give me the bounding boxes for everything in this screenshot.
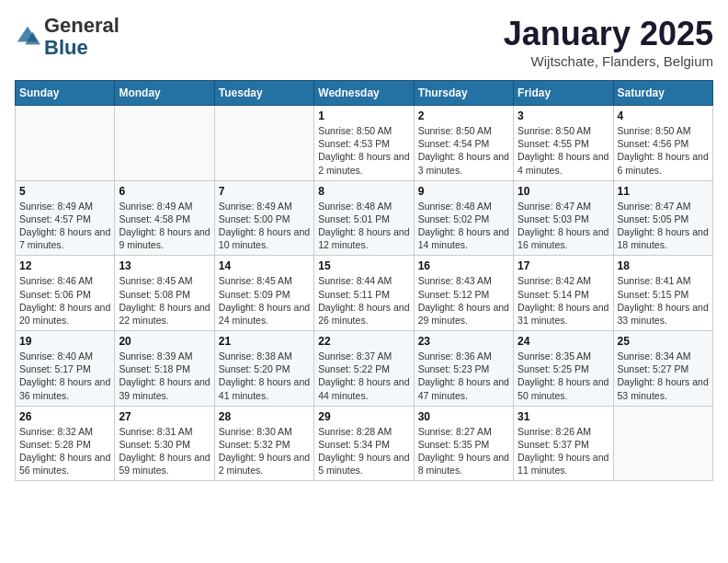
calendar-cell: 20Sunrise: 8:39 AM Sunset: 5:18 PM Dayli… [115, 331, 214, 407]
day-number: 19 [19, 335, 110, 348]
day-detail: Sunrise: 8:31 AM Sunset: 5:30 PM Dayligh… [119, 425, 210, 477]
calendar-cell [214, 106, 313, 181]
day-detail: Sunrise: 8:41 AM Sunset: 5:15 PM Dayligh… [618, 274, 709, 327]
calendar-cell: 14Sunrise: 8:45 AM Sunset: 5:09 PM Dayli… [214, 256, 313, 331]
day-detail: Sunrise: 8:49 AM Sunset: 5:00 PM Dayligh… [219, 200, 310, 252]
day-number: 28 [219, 410, 310, 423]
day-detail: Sunrise: 8:30 AM Sunset: 5:32 PM Dayligh… [219, 425, 310, 477]
calendar-cell: 13Sunrise: 8:45 AM Sunset: 5:08 PM Dayli… [115, 256, 214, 331]
day-detail: Sunrise: 8:46 AM Sunset: 5:06 PM Dayligh… [19, 274, 110, 327]
day-number: 1 [318, 109, 409, 122]
calendar-subtitle: Wijtschate, Flanders, Belgium [504, 53, 713, 69]
calendar-week-5: 26Sunrise: 8:32 AM Sunset: 5:28 PM Dayli… [16, 406, 713, 481]
day-detail: Sunrise: 8:36 AM Sunset: 5:23 PM Dayligh… [418, 350, 509, 402]
day-detail: Sunrise: 8:50 AM Sunset: 4:53 PM Dayligh… [318, 124, 409, 177]
day-number: 24 [518, 335, 609, 348]
day-detail: Sunrise: 8:47 AM Sunset: 5:05 PM Dayligh… [618, 200, 709, 252]
day-detail: Sunrise: 8:50 AM Sunset: 4:55 PM Dayligh… [518, 124, 609, 177]
day-detail: Sunrise: 8:47 AM Sunset: 5:03 PM Dayligh… [518, 200, 609, 252]
weekday-header-wednesday: Wednesday [314, 81, 414, 106]
logo-icon [15, 24, 40, 50]
calendar-week-3: 12Sunrise: 8:46 AM Sunset: 5:06 PM Dayli… [16, 256, 713, 331]
day-detail: Sunrise: 8:32 AM Sunset: 5:28 PM Dayligh… [19, 425, 110, 477]
calendar-cell: 19Sunrise: 8:40 AM Sunset: 5:17 PM Dayli… [16, 331, 115, 407]
calendar-cell: 30Sunrise: 8:27 AM Sunset: 5:35 PM Dayli… [414, 406, 513, 481]
day-detail: Sunrise: 8:48 AM Sunset: 5:02 PM Dayligh… [418, 200, 509, 252]
calendar-cell: 11Sunrise: 8:47 AM Sunset: 5:05 PM Dayli… [613, 180, 712, 256]
logo-blue: Blue [44, 36, 88, 59]
day-detail: Sunrise: 8:44 AM Sunset: 5:11 PM Dayligh… [318, 274, 409, 327]
calendar-cell: 3Sunrise: 8:50 AM Sunset: 4:55 PM Daylig… [514, 106, 613, 181]
calendar-cell: 6Sunrise: 8:49 AM Sunset: 4:58 PM Daylig… [115, 180, 214, 256]
day-number: 13 [119, 259, 210, 272]
calendar-cell: 12Sunrise: 8:46 AM Sunset: 5:06 PM Dayli… [16, 256, 115, 331]
day-number: 2 [418, 109, 509, 122]
logo-general: General [44, 14, 119, 37]
calendar-body: 1Sunrise: 8:50 AM Sunset: 4:53 PM Daylig… [16, 106, 713, 481]
day-detail: Sunrise: 8:40 AM Sunset: 5:17 PM Dayligh… [19, 350, 110, 402]
calendar-cell: 28Sunrise: 8:30 AM Sunset: 5:32 PM Dayli… [214, 406, 313, 481]
calendar-cell: 27Sunrise: 8:31 AM Sunset: 5:30 PM Dayli… [115, 406, 214, 481]
day-detail: Sunrise: 8:50 AM Sunset: 4:56 PM Dayligh… [618, 124, 709, 177]
day-number: 23 [418, 335, 509, 348]
day-detail: Sunrise: 8:48 AM Sunset: 5:01 PM Dayligh… [318, 200, 409, 252]
calendar-cell: 25Sunrise: 8:34 AM Sunset: 5:27 PM Dayli… [613, 331, 712, 407]
day-detail: Sunrise: 8:45 AM Sunset: 5:09 PM Dayligh… [219, 274, 310, 327]
calendar-cell: 8Sunrise: 8:48 AM Sunset: 5:01 PM Daylig… [314, 180, 414, 256]
calendar-cell: 22Sunrise: 8:37 AM Sunset: 5:22 PM Dayli… [314, 331, 414, 407]
day-detail: Sunrise: 8:49 AM Sunset: 4:58 PM Dayligh… [119, 200, 210, 252]
day-detail: Sunrise: 8:50 AM Sunset: 4:54 PM Dayligh… [418, 124, 509, 177]
calendar-cell: 17Sunrise: 8:42 AM Sunset: 5:14 PM Dayli… [514, 256, 613, 331]
calendar-cell [16, 106, 115, 181]
calendar-cell: 21Sunrise: 8:38 AM Sunset: 5:20 PM Dayli… [214, 331, 313, 407]
calendar-table: SundayMondayTuesdayWednesdayThursdayFrid… [15, 80, 713, 481]
calendar-cell: 7Sunrise: 8:49 AM Sunset: 5:00 PM Daylig… [214, 180, 313, 256]
title-block: January 2025 Wijtschate, Flanders, Belgi… [504, 15, 713, 69]
calendar-cell: 29Sunrise: 8:28 AM Sunset: 5:34 PM Dayli… [314, 406, 414, 481]
day-detail: Sunrise: 8:39 AM Sunset: 5:18 PM Dayligh… [119, 350, 210, 402]
calendar-cell [613, 406, 712, 481]
day-number: 18 [618, 259, 709, 272]
day-detail: Sunrise: 8:37 AM Sunset: 5:22 PM Dayligh… [318, 350, 409, 402]
day-number: 31 [518, 410, 609, 423]
day-number: 21 [219, 335, 310, 348]
day-detail: Sunrise: 8:49 AM Sunset: 4:57 PM Dayligh… [19, 200, 110, 252]
page-header: General Blue January 2025 Wijtschate, Fl… [15, 15, 713, 69]
calendar-cell: 4Sunrise: 8:50 AM Sunset: 4:56 PM Daylig… [613, 106, 712, 181]
day-detail: Sunrise: 8:28 AM Sunset: 5:34 PM Dayligh… [318, 425, 409, 477]
day-detail: Sunrise: 8:45 AM Sunset: 5:08 PM Dayligh… [119, 274, 210, 327]
day-number: 3 [518, 109, 609, 122]
day-number: 22 [318, 335, 409, 348]
calendar-week-2: 5Sunrise: 8:49 AM Sunset: 4:57 PM Daylig… [16, 180, 713, 256]
weekday-header-thursday: Thursday [414, 81, 513, 106]
day-number: 6 [119, 185, 210, 198]
calendar-cell: 10Sunrise: 8:47 AM Sunset: 5:03 PM Dayli… [514, 180, 613, 256]
day-number: 26 [19, 410, 110, 423]
calendar-cell: 2Sunrise: 8:50 AM Sunset: 4:54 PM Daylig… [414, 106, 513, 181]
weekday-header-saturday: Saturday [613, 81, 712, 106]
calendar-week-1: 1Sunrise: 8:50 AM Sunset: 4:53 PM Daylig… [16, 106, 713, 181]
day-number: 15 [318, 259, 409, 272]
calendar-header: SundayMondayTuesdayWednesdayThursdayFrid… [16, 81, 713, 106]
day-number: 8 [318, 185, 409, 198]
day-number: 14 [219, 259, 310, 272]
day-number: 17 [518, 259, 609, 272]
day-number: 11 [618, 185, 709, 198]
logo-text: General Blue [44, 15, 119, 59]
calendar-cell: 1Sunrise: 8:50 AM Sunset: 4:53 PM Daylig… [314, 106, 414, 181]
calendar-cell: 24Sunrise: 8:35 AM Sunset: 5:25 PM Dayli… [514, 331, 613, 407]
weekday-header-sunday: Sunday [16, 81, 115, 106]
calendar-title: January 2025 [504, 15, 713, 53]
calendar-cell: 23Sunrise: 8:36 AM Sunset: 5:23 PM Dayli… [414, 331, 513, 407]
day-number: 12 [19, 259, 110, 272]
day-number: 30 [418, 410, 509, 423]
day-number: 7 [219, 185, 310, 198]
day-number: 27 [119, 410, 210, 423]
calendar-cell [115, 106, 214, 181]
weekday-header-tuesday: Tuesday [214, 81, 313, 106]
calendar-cell: 16Sunrise: 8:43 AM Sunset: 5:12 PM Dayli… [414, 256, 513, 331]
day-number: 16 [418, 259, 509, 272]
day-detail: Sunrise: 8:43 AM Sunset: 5:12 PM Dayligh… [418, 274, 509, 327]
day-number: 20 [119, 335, 210, 348]
logo: General Blue [15, 15, 119, 59]
